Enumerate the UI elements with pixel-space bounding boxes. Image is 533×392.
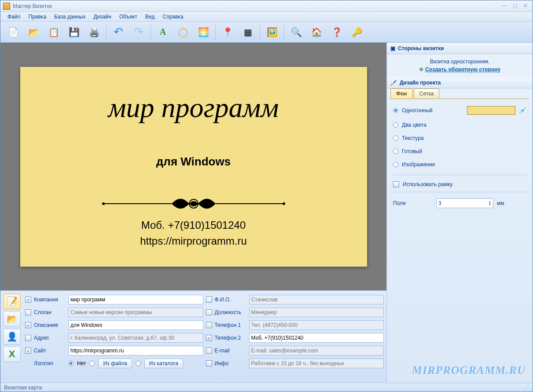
input-site[interactable]	[68, 346, 203, 355]
input-email[interactable]	[249, 346, 384, 355]
app-icon	[3, 3, 10, 10]
input-phone2[interactable]	[249, 333, 384, 343]
side-tab-contacts[interactable]: 👤	[3, 329, 21, 344]
radio-two[interactable]	[393, 122, 398, 128]
chk-frame[interactable]	[393, 181, 399, 187]
chk-phone2[interactable]: ✓	[206, 335, 212, 341]
radio-logo-file[interactable]	[89, 361, 95, 366]
color-swatch[interactable]	[467, 106, 515, 115]
print-button[interactable]: 🖨️	[84, 23, 104, 41]
maximize-button[interactable]: ▢	[511, 3, 519, 9]
menu-db[interactable]: База данных	[51, 13, 89, 21]
btn-logo-file[interactable]: Из файла	[98, 359, 132, 368]
card-site[interactable]: https://mirprogramm.ru	[140, 235, 247, 247]
clipboard-button[interactable]: 📋	[44, 23, 64, 41]
chk-position[interactable]	[206, 309, 212, 315]
side-tab-edit[interactable]: 📝	[3, 293, 21, 309]
resize-grip[interactable]: ⋰	[524, 385, 529, 391]
menu-edit[interactable]: Правка	[25, 13, 50, 21]
radio-solid[interactable]	[393, 108, 398, 113]
input-fio[interactable]	[249, 295, 384, 304]
menu-file[interactable]: Файл	[4, 13, 24, 21]
clipart-button[interactable]: 🖼️	[262, 23, 282, 41]
form-columns: ✓Компания Слоган ✓Описание Адрес ✓Сайт Л…	[25, 293, 384, 380]
key-button[interactable]: 🔑	[347, 23, 367, 41]
menu-help[interactable]: Справка	[159, 13, 187, 21]
input-info[interactable]	[249, 359, 384, 368]
chk-desc[interactable]: ✓	[25, 322, 31, 328]
input-address[interactable]	[68, 333, 203, 343]
side-tab-export[interactable]: X	[3, 346, 21, 362]
input-slogan[interactable]	[68, 308, 203, 317]
magnifier-icon: 🔍	[290, 26, 302, 38]
menu-design[interactable]: Дизайн	[90, 13, 115, 21]
new-button[interactable]: 📄	[3, 23, 23, 41]
business-card[interactable]: мир программ для Windows Моб. +7(910)150…	[20, 67, 367, 267]
save-button[interactable]: 💾	[64, 23, 84, 41]
lbl-margins: Поля	[393, 200, 433, 206]
chk-info[interactable]	[206, 360, 212, 366]
radio-ready[interactable]	[393, 149, 398, 154]
form-side-tabs: 📝 📂 👤 X	[3, 293, 22, 380]
qr-button[interactable]: ▦	[238, 23, 258, 41]
eyedropper-icon[interactable]: 💉	[519, 107, 526, 114]
card-company[interactable]: мир программ	[108, 92, 279, 124]
card-description[interactable]: для Windows	[156, 155, 231, 169]
close-button[interactable]: ✕	[521, 3, 530, 9]
lbl-ready: Готовый	[402, 148, 422, 154]
toolbar-separator	[284, 24, 284, 40]
chk-fio[interactable]	[206, 297, 212, 303]
menu-view[interactable]: Вид	[142, 13, 158, 21]
lbl-mm: мм	[497, 200, 504, 206]
chk-company[interactable]: ✓	[25, 297, 31, 303]
open-button[interactable]: 📂	[23, 23, 44, 41]
input-phone1[interactable]	[249, 320, 384, 330]
main-area: мир программ для Windows Моб. +7(910)150…	[0, 43, 533, 383]
clipart-icon: 🖼️	[266, 26, 278, 38]
menu-object[interactable]: Объект	[116, 13, 141, 21]
text-button[interactable]: A	[153, 23, 173, 41]
sides-body: Визитка односторонняя. ✚Создать оборотну…	[387, 54, 533, 77]
help-button[interactable]: ❓	[327, 23, 347, 41]
form-col-right: Ф.И.О. Должность Телефон 1 ✓Телефон 2 E-…	[206, 293, 384, 380]
radio-logo-no[interactable]	[68, 361, 74, 366]
input-position[interactable]	[249, 308, 384, 317]
undo-button[interactable]: ↶	[108, 23, 129, 41]
input-margins[interactable]: 3▲▼	[436, 198, 493, 208]
chk-address[interactable]	[25, 335, 31, 341]
canvas-view[interactable]: мир программ для Windows Моб. +7(910)150…	[0, 43, 386, 290]
lbl-position: Должность	[215, 309, 246, 315]
card-ornament[interactable]	[101, 195, 286, 216]
home-button[interactable]: 🏠	[306, 23, 327, 41]
redo-icon: ↷	[132, 26, 145, 38]
radio-tex[interactable]	[393, 136, 398, 141]
shape-button[interactable]: ◯	[173, 23, 193, 41]
chk-site[interactable]: ✓	[25, 348, 31, 354]
card-phone[interactable]: Моб. +7(910)1501240	[141, 219, 246, 231]
btn-logo-catalog[interactable]: Из каталога	[144, 359, 183, 368]
create-back-link[interactable]: Создать оборотную сторону	[425, 66, 500, 73]
input-company[interactable]	[68, 295, 203, 304]
chk-slogan[interactable]	[25, 309, 31, 315]
radio-img[interactable]	[393, 162, 398, 167]
input-desc[interactable]	[68, 320, 203, 330]
tab-background[interactable]: Фон	[390, 88, 413, 99]
redo-button[interactable]: ↷	[129, 23, 149, 41]
map-button[interactable]: 📍	[217, 23, 238, 41]
minimize-button[interactable]: —	[500, 3, 509, 9]
save-icon: 💾	[68, 26, 80, 38]
chk-phone1[interactable]	[206, 322, 212, 328]
spinner-icon[interactable]: ▲▼	[489, 201, 491, 206]
side-tab-templates[interactable]: 📂	[3, 311, 21, 327]
tab-content-bg: Однотонный💉 Два цвета Текстура Готовый И…	[390, 99, 529, 215]
qr-icon: ▦	[242, 26, 254, 38]
chk-email[interactable]	[206, 348, 212, 354]
image-button[interactable]: 🌅	[193, 23, 213, 41]
sides-title: Стороны визитки	[398, 45, 444, 51]
radio-logo-catalog[interactable]	[136, 361, 141, 366]
preview-button[interactable]: 🔍	[286, 23, 306, 41]
home-icon: 🏠	[310, 26, 323, 38]
folder-icon: 📂	[27, 26, 40, 38]
tab-grid[interactable]: Сетка	[414, 88, 440, 99]
toolbar-separator	[260, 24, 260, 40]
